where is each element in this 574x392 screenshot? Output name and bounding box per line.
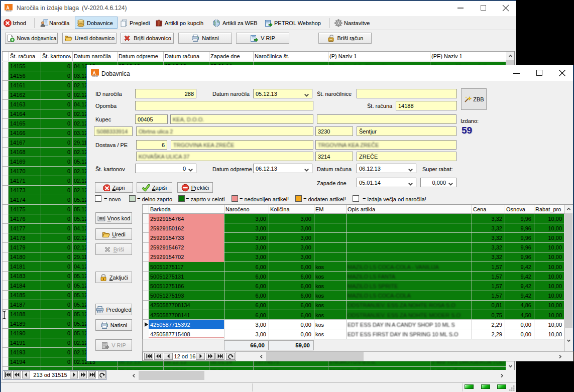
svg-text:KV2.00: KV2.00: [92, 75, 97, 77]
